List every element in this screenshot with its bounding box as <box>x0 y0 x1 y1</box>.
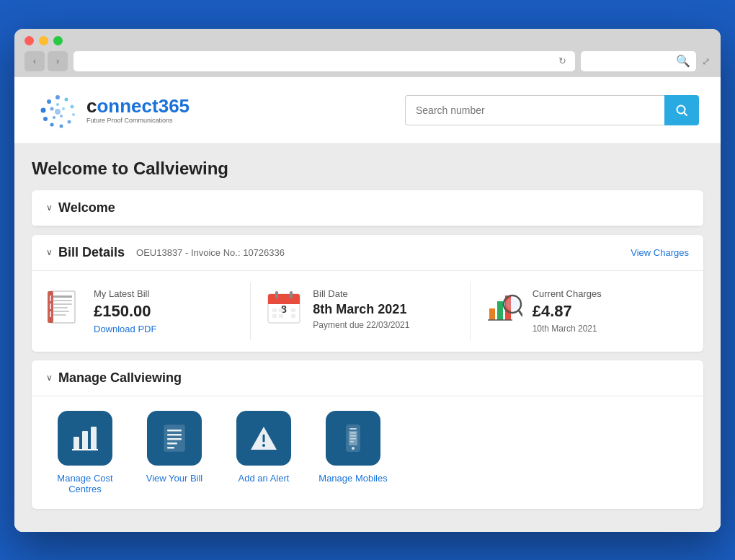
svg-rect-66 <box>350 435 356 437</box>
manage-body: Manage Cost Centres <box>32 396 703 509</box>
chrome-search-bar: 🔍 <box>581 51 696 71</box>
svg-point-10 <box>50 107 54 110</box>
back-button[interactable]: ‹ <box>24 51 45 71</box>
bill-date-label: Bill Date <box>313 288 409 299</box>
reload-button[interactable]: ↻ <box>556 55 569 66</box>
maximize-button[interactable] <box>53 36 63 45</box>
add-alert-icon <box>236 411 291 466</box>
manage-chevron: ∨ <box>46 373 53 383</box>
svg-point-11 <box>56 103 59 106</box>
current-charges-sub: 10th March 2021 <box>533 324 602 334</box>
svg-rect-57 <box>167 447 174 449</box>
browser-controls: ‹ › ↻ 🔍 ⤢ <box>24 51 710 71</box>
calendar-svg: 8 <box>267 288 301 326</box>
close-button[interactable] <box>24 36 34 45</box>
manage-view-bill[interactable]: View Your Bill <box>138 411 210 494</box>
download-pdf-link[interactable]: Download PDF <box>94 324 156 334</box>
search-number-button[interactable] <box>664 95 699 125</box>
page-title: Welcome to Callviewing <box>32 159 703 179</box>
svg-rect-55 <box>167 438 182 440</box>
latest-bill-icon <box>48 288 82 326</box>
calendar-icon: 8 <box>265 288 303 326</box>
svg-rect-41 <box>489 308 495 320</box>
svg-rect-53 <box>167 430 182 432</box>
bill-card-date: 8 Bill Date <box>251 283 470 340</box>
cost-centres-label: Manage Cost Centres <box>49 473 121 494</box>
manage-header[interactable]: ∨ Manage Callviewing <box>32 360 703 396</box>
bill-card-latest: My Latest Bill £150.00 Download PDF <box>46 283 251 340</box>
manage-cost-centres[interactable]: Manage Cost Centres <box>49 411 121 494</box>
bill-details-section: ∨ Bill Details OEU13837 - Invoice No.: 1… <box>32 235 703 352</box>
traffic-lights <box>24 36 710 45</box>
alert-icon <box>249 424 278 453</box>
svg-point-9 <box>43 117 48 121</box>
welcome-section: ∨ Welcome <box>32 190 703 226</box>
address-input[interactable] <box>79 56 556 66</box>
svg-rect-23 <box>53 311 69 312</box>
view-charges-link[interactable]: View Charges <box>631 247 689 258</box>
manage-mobiles[interactable]: Manage Mobiles <box>317 411 389 494</box>
svg-rect-19 <box>53 295 72 298</box>
svg-point-3 <box>65 97 68 101</box>
logo-area: connect365 Future Proof Communications <box>36 89 190 132</box>
manage-add-alert[interactable]: Add an Alert <box>228 411 300 494</box>
mobile-icon <box>339 424 368 453</box>
bill-chevron: ∨ <box>46 247 53 257</box>
search-number-input[interactable] <box>405 95 664 125</box>
forward-button[interactable]: › <box>48 51 68 71</box>
logo-c: c <box>86 95 97 117</box>
svg-point-14 <box>53 116 55 119</box>
svg-rect-65 <box>350 432 356 434</box>
svg-rect-40 <box>291 314 295 318</box>
chart-magnifier-svg <box>485 288 522 326</box>
bar-chart-icon <box>71 424 99 453</box>
svg-rect-38 <box>272 314 277 318</box>
svg-rect-54 <box>167 434 182 436</box>
bill-card-latest-info: My Latest Bill £150.00 Download PDF <box>94 288 156 334</box>
browser-window: ‹ › ↻ 🔍 ⤢ <box>14 29 721 532</box>
bill-title: Bill Details <box>58 245 125 260</box>
address-bar: ↻ <box>74 51 575 71</box>
svg-rect-39 <box>279 314 283 318</box>
svg-rect-56 <box>167 443 177 445</box>
svg-point-46 <box>506 298 519 311</box>
svg-point-15 <box>55 109 61 115</box>
svg-rect-42 <box>497 301 503 320</box>
logo-onnect365: onnect365 <box>97 95 190 117</box>
chrome-search-icon: 🔍 <box>676 54 690 68</box>
manage-grid: Manage Cost Centres <box>49 411 686 494</box>
bill-header[interactable]: ∨ Bill Details OEU13837 - Invoice No.: 1… <box>32 235 703 271</box>
add-alert-label: Add an Alert <box>239 473 290 484</box>
manage-title: Manage Callviewing <box>58 370 182 386</box>
bill-date-value: 8th March 2021 <box>313 302 409 317</box>
svg-point-5 <box>72 113 75 116</box>
welcome-chevron: ∨ <box>46 203 53 213</box>
svg-rect-21 <box>53 303 72 305</box>
page-content: connect365 Future Proof Communications W… <box>14 77 721 532</box>
svg-rect-24 <box>53 314 66 316</box>
bill-card-charges: Current Charges £4.87 10th March 2021 <box>471 283 689 340</box>
svg-point-1 <box>47 99 51 104</box>
charges-icon <box>485 288 522 326</box>
minimize-button[interactable] <box>39 36 48 45</box>
bill-icon <box>46 288 84 326</box>
search-icon <box>675 104 688 117</box>
welcome-header[interactable]: ∨ Welcome <box>32 190 703 226</box>
svg-point-2 <box>55 95 60 99</box>
svg-point-6 <box>68 120 71 123</box>
svg-rect-50 <box>91 427 97 450</box>
chrome-search-input[interactable] <box>587 56 672 66</box>
cost-centres-icon <box>58 411 112 466</box>
svg-line-47 <box>519 311 522 316</box>
current-charges-label: Current Charges <box>533 288 602 299</box>
logo-icon <box>36 89 79 132</box>
svg-rect-62 <box>349 428 357 430</box>
site-header: connect365 Future Proof Communications <box>14 77 721 144</box>
document-icon <box>160 424 189 453</box>
bill-card-charges-info: Current Charges £4.87 10th March 2021 <box>533 288 602 334</box>
svg-rect-35 <box>272 308 277 312</box>
svg-point-8 <box>50 123 54 126</box>
expand-button[interactable]: ⤢ <box>702 55 710 67</box>
svg-rect-68 <box>350 441 354 443</box>
main-content: Welcome to Callviewing ∨ Welcome ∨ Bill … <box>14 144 721 532</box>
